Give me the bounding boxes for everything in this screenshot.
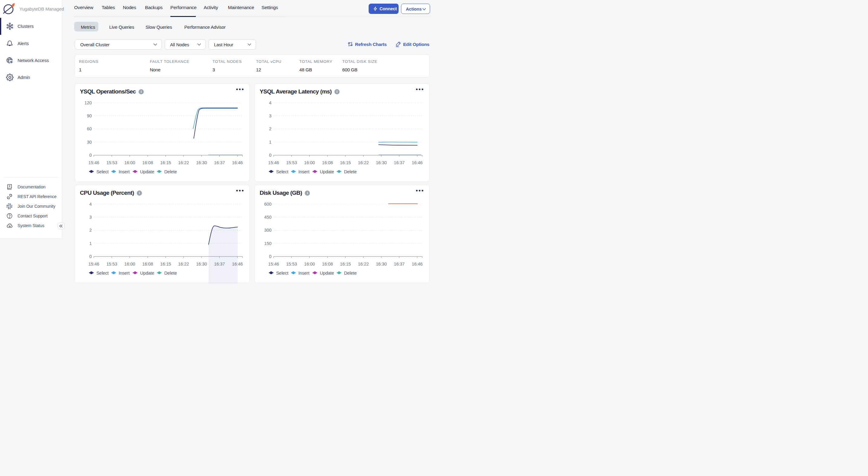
svg-text:Select: Select: [96, 169, 108, 174]
svg-text:15:53: 15:53: [286, 160, 297, 165]
svg-text:120: 120: [85, 100, 92, 105]
svg-text:0: 0: [89, 153, 92, 158]
svg-text:16:46: 16:46: [412, 160, 423, 165]
svg-text:16:22: 16:22: [178, 160, 189, 165]
svg-text:Delete: Delete: [344, 169, 357, 174]
svg-text:16:30: 16:30: [196, 160, 207, 165]
svg-text:16:37: 16:37: [214, 160, 225, 165]
svg-text:300: 300: [264, 228, 272, 233]
svg-text:16:08: 16:08: [322, 160, 333, 165]
svg-text:600: 600: [264, 202, 272, 207]
svg-text:Select: Select: [276, 169, 288, 174]
svg-text:4: 4: [89, 202, 92, 207]
svg-text:16:00: 16:00: [124, 160, 135, 165]
svg-text:Update: Update: [320, 169, 334, 174]
svg-text:0: 0: [269, 153, 272, 158]
svg-text:15:46: 15:46: [268, 160, 279, 165]
svg-text:15:53: 15:53: [106, 160, 117, 165]
svg-text:16:22: 16:22: [358, 160, 369, 165]
svg-text:1: 1: [269, 140, 272, 144]
svg-text:4: 4: [269, 100, 272, 105]
svg-text:450: 450: [264, 215, 272, 219]
svg-text:2: 2: [269, 127, 272, 131]
svg-text:16:46: 16:46: [232, 160, 243, 165]
svg-text:60: 60: [87, 127, 92, 131]
svg-text:16:08: 16:08: [142, 160, 153, 165]
svg-text:90: 90: [87, 113, 92, 118]
svg-text:16:30: 16:30: [376, 160, 387, 165]
svg-text:Delete: Delete: [164, 169, 177, 174]
svg-text:30: 30: [87, 140, 92, 144]
svg-text:16:15: 16:15: [160, 160, 171, 165]
svg-text:16:37: 16:37: [394, 160, 405, 165]
svg-text:16:00: 16:00: [304, 160, 315, 165]
svg-text:Insert: Insert: [299, 169, 309, 174]
svg-text:3: 3: [89, 215, 92, 219]
svg-text:Update: Update: [140, 169, 154, 174]
svg-text:3: 3: [269, 113, 272, 118]
svg-text:Insert: Insert: [119, 169, 129, 174]
svg-text:15:46: 15:46: [88, 160, 99, 165]
svg-text:16:15: 16:15: [340, 160, 351, 165]
svg-text:2: 2: [89, 228, 92, 233]
